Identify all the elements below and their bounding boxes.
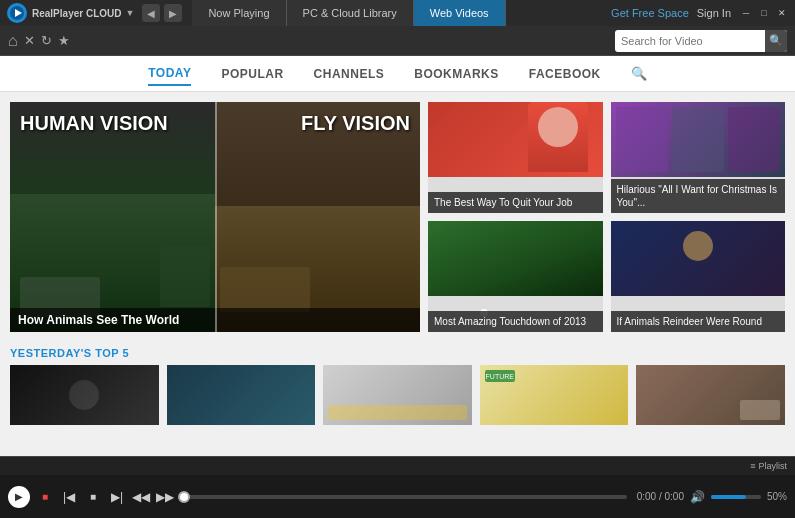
stop2-button[interactable]: ■	[84, 488, 102, 506]
side-video-caption: Most Amazing Touchdown of 2013	[428, 311, 603, 332]
yesterday-item-3[interactable]	[323, 365, 472, 425]
human-vision-half	[10, 102, 215, 332]
search-input[interactable]	[615, 35, 765, 47]
tab-channels[interactable]: CHANNELS	[314, 63, 385, 85]
refresh-icon[interactable]: ↻	[41, 33, 52, 48]
side-video-thumb	[611, 102, 786, 177]
nav-buttons: ◀ ▶	[142, 4, 182, 22]
yesterday-item-5[interactable]	[636, 365, 785, 425]
tab-popular[interactable]: POPULAR	[221, 63, 283, 85]
main-content: HUMAN VISION FLY VISION How Animals See …	[0, 92, 795, 456]
yesterday-item-4[interactable]: FUTURE	[480, 365, 629, 425]
tab-bar: Now Playing PC & Cloud Library Web Video…	[192, 0, 611, 26]
home-icon[interactable]: ⌂	[8, 32, 18, 50]
window-controls: ─ □ ✕	[739, 6, 789, 20]
side-videos: The Best Way To Quit Your Job Hilarious …	[428, 102, 785, 332]
nav-tabs: TODAY POPULAR CHANNELS BOOKMARKS FACEBOO…	[0, 56, 795, 92]
side-video-caption: The Best Way To Quit Your Job	[428, 192, 603, 213]
search-box: 🔍	[615, 30, 787, 52]
side-video-caption: Hilarious "All I Want for Christmas Is Y…	[611, 179, 786, 213]
logo-icon	[6, 2, 28, 24]
tab-facebook[interactable]: FACEBOOK	[529, 63, 601, 85]
side-video-caption: If Animals Reindeer Were Round	[611, 311, 786, 332]
close-button[interactable]: ✕	[775, 6, 789, 20]
tab-today[interactable]: TODAY	[148, 62, 191, 86]
nav-search-icon[interactable]: 🔍	[631, 66, 647, 81]
featured-row: HUMAN VISION FLY VISION How Animals See …	[10, 102, 785, 332]
stop-button[interactable]: ■	[36, 488, 54, 506]
fly-vision-half	[215, 102, 420, 332]
search-button[interactable]: 🔍	[765, 30, 787, 52]
close-page-icon[interactable]: ✕	[24, 33, 35, 48]
bookmark-icon[interactable]: ★	[58, 33, 70, 48]
titlebar: RealPlayer CLOUD ▼ ◀ ▶ Now Playing PC & …	[0, 0, 795, 26]
back-button[interactable]: ◀	[142, 4, 160, 22]
next-button[interactable]: ▶|	[108, 488, 126, 506]
controls-row: ▶ ■ |◀ ■ ▶| ◀◀ ▶▶ 0:00 / 0:00 🔊 50%	[0, 475, 795, 518]
side-video-touchdown[interactable]: Most Amazing Touchdown of 2013	[428, 221, 603, 332]
playlist-icon: ≡	[750, 461, 755, 471]
yesterday-item-2[interactable]	[167, 365, 316, 425]
side-video-thumb	[611, 221, 786, 296]
playlist-text: Playlist	[758, 461, 787, 471]
rewind-button[interactable]: ◀◀	[132, 488, 150, 506]
volume-bar[interactable]	[711, 495, 761, 499]
side-video-thumb	[428, 102, 603, 177]
toolbar: ⌂ ✕ ↻ ★ 🔍	[0, 26, 795, 56]
yesterday-label: YESTERDAY'S TOP 5	[10, 347, 785, 359]
progress-bar[interactable]	[184, 495, 627, 499]
fly-vision-label: FLY VISION	[301, 112, 410, 135]
maximize-button[interactable]: □	[757, 6, 771, 20]
featured-main-video[interactable]: HUMAN VISION FLY VISION How Animals See …	[10, 102, 420, 332]
logo-dropdown-icon[interactable]: ▼	[125, 8, 134, 18]
time-display: 0:00 / 0:00	[637, 491, 684, 502]
volume-fill	[711, 495, 746, 499]
side-video-reindeer[interactable]: If Animals Reindeer Were Round	[611, 221, 786, 332]
logo-text: RealPlayer CLOUD	[32, 8, 121, 19]
tab-pc-cloud-library[interactable]: PC & Cloud Library	[287, 0, 414, 26]
forward-button[interactable]: ▶	[164, 4, 182, 22]
logo-area: RealPlayer CLOUD ▼	[6, 2, 134, 24]
yesterday-item-1[interactable]	[10, 365, 159, 425]
today-section: HUMAN VISION FLY VISION How Animals See …	[10, 102, 785, 332]
yesterday-row: FUTURE	[10, 365, 785, 425]
sign-in-link[interactable]: Sign In	[697, 7, 731, 19]
playlist-bar: ≡ Playlist	[0, 457, 795, 475]
side-video-quit-job[interactable]: The Best Way To Quit Your Job	[428, 102, 603, 213]
tab-bookmarks[interactable]: BOOKMARKS	[414, 63, 499, 85]
yesterday-section: YESTERDAY'S TOP 5 FUTURE	[10, 347, 785, 425]
tab-web-videos[interactable]: Web Videos	[414, 0, 506, 26]
minimize-button[interactable]: ─	[739, 6, 753, 20]
side-video-christmas[interactable]: Hilarious "All I Want for Christmas Is Y…	[611, 102, 786, 213]
volume-percent: 50%	[767, 491, 787, 502]
play-button[interactable]: ▶	[8, 486, 30, 508]
progress-handle[interactable]	[178, 491, 190, 503]
split-divider	[215, 102, 217, 332]
get-free-space-link[interactable]: Get Free Space	[611, 7, 689, 19]
ffwd-button[interactable]: ▶▶	[156, 488, 174, 506]
tab-now-playing[interactable]: Now Playing	[192, 0, 286, 26]
playlist-label[interactable]: ≡ Playlist	[750, 461, 787, 471]
player-area: ≡ Playlist ▶ ■ |◀ ■ ▶| ◀◀ ▶▶ 0:00 / 0:00…	[0, 456, 795, 518]
prev-button[interactable]: |◀	[60, 488, 78, 506]
side-video-thumb	[428, 221, 603, 296]
human-vision-label: HUMAN VISION	[20, 112, 168, 135]
volume-icon[interactable]: 🔊	[690, 490, 705, 504]
right-header: Get Free Space Sign In	[611, 7, 731, 19]
featured-main-image: HUMAN VISION FLY VISION	[10, 102, 420, 332]
